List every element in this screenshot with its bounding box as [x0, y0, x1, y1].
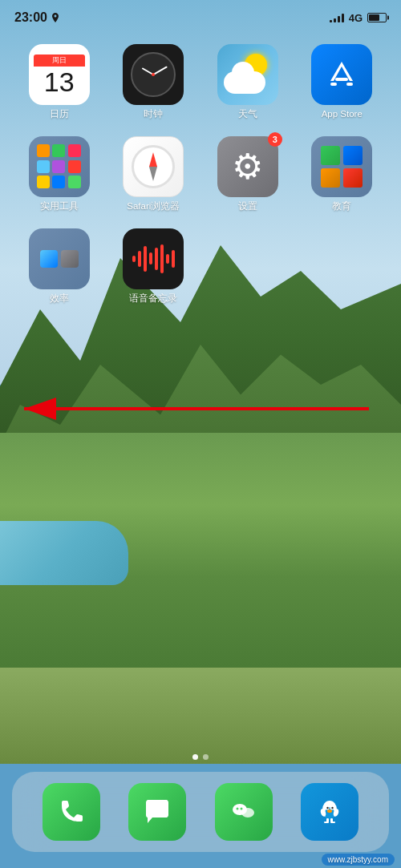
appstore-label: App Store: [322, 109, 363, 120]
weather-icon: [217, 44, 278, 105]
wave-2: [138, 251, 141, 267]
phone-glyph: [55, 796, 87, 828]
svg-rect-20: [324, 822, 329, 823]
app-efficiency[interactable]: 效率: [16, 228, 103, 305]
qq-icon: [301, 783, 358, 841]
edu-app-3: [321, 168, 340, 188]
dock-app-qq[interactable]: [301, 783, 358, 841]
wechat-glyph: [227, 795, 261, 829]
status-bar: 23:00 4G: [0, 0, 401, 35]
signal-bar-1: [330, 20, 332, 22]
appstore-icon: [311, 44, 372, 105]
page-dot-2: [203, 754, 209, 760]
mini-app-5: [52, 160, 65, 173]
settings-icon: ⚙ 3: [217, 136, 278, 197]
education-icon: [311, 136, 372, 197]
svg-rect-1: [346, 83, 353, 86]
utilities-label: 实用工具: [40, 201, 79, 212]
education-label: 教育: [332, 201, 351, 212]
mini-app-2: [52, 144, 65, 157]
svg-rect-2: [335, 78, 348, 81]
eff-app-2: [61, 250, 79, 268]
svg-point-8: [240, 808, 242, 810]
svg-rect-21: [330, 822, 335, 823]
battery: [367, 13, 387, 22]
calendar-icon: 周日 13: [29, 44, 90, 105]
wave-8: [172, 250, 175, 268]
svg-point-7: [236, 808, 238, 810]
status-right: 4G: [330, 12, 387, 24]
clock-label: 时钟: [144, 109, 163, 120]
mini-app-6: [68, 160, 81, 173]
river: [0, 521, 128, 585]
dock-app-phone[interactable]: [43, 783, 100, 841]
clock-face: [131, 52, 176, 97]
page-dots: [0, 754, 401, 760]
app-appstore[interactable]: App Store: [299, 44, 386, 120]
svg-point-6: [241, 808, 254, 818]
status-time: 23:00: [14, 10, 47, 25]
settings-badge: 3: [268, 132, 282, 147]
watermark: www.zjbstyy.com: [322, 855, 395, 864]
wave-7: [166, 254, 169, 264]
settings-gear-icon: ⚙: [229, 147, 267, 186]
wave-4: [149, 252, 152, 264]
efficiency-icon: [29, 228, 90, 289]
app-settings[interactable]: ⚙ 3 设置: [205, 136, 291, 212]
page-dot-1: [192, 754, 198, 760]
mini-app-7: [37, 176, 50, 188]
dock-app-wechat[interactable]: [215, 783, 273, 841]
edu-app-4: [343, 168, 363, 188]
safari-label: Safari浏览器: [127, 201, 180, 212]
safari-compass: [132, 145, 175, 188]
wechat-icon: [215, 783, 273, 841]
mini-app-8: [52, 176, 65, 188]
mini-app-1: [37, 144, 50, 157]
dock-app-messages[interactable]: [128, 783, 186, 841]
wave-1: [132, 256, 136, 262]
app-safari[interactable]: Safari浏览器: [111, 136, 197, 212]
settings-label: 设置: [238, 201, 257, 212]
calendar-day: 13: [44, 68, 75, 95]
svg-rect-0: [330, 83, 337, 86]
app-calendar[interactable]: 周日 13 日历: [16, 44, 103, 120]
mini-app-4: [37, 160, 50, 173]
compass-north: [149, 152, 157, 167]
signal-bars: [330, 13, 344, 22]
clock-minute-hand: [153, 66, 168, 75]
messages-icon: [128, 783, 186, 841]
ground-bottom: [0, 668, 401, 764]
battery-fill: [369, 14, 379, 21]
eff-app-1: [40, 250, 58, 268]
mini-app-9: [68, 176, 81, 188]
edu-app-1: [321, 146, 340, 165]
weather-cloud: [224, 71, 265, 94]
location-icon: [51, 13, 59, 22]
wave-6: [160, 244, 164, 273]
calendar-label: 日历: [50, 109, 69, 120]
signal-bar-2: [334, 18, 336, 22]
compass-south: [149, 167, 157, 181]
voicememo-icon: [123, 228, 184, 289]
app-weather[interactable]: 天气: [205, 44, 291, 120]
signal-bar-4: [342, 14, 344, 22]
mini-app-3: [68, 144, 81, 157]
efficiency-label: 效率: [50, 293, 69, 305]
svg-point-14: [332, 807, 334, 809]
weather-label: 天气: [238, 109, 257, 120]
waveform: [132, 243, 175, 275]
svg-point-13: [327, 807, 329, 809]
phone-icon: [43, 783, 100, 841]
app-voicememo[interactable]: 语音备忘录: [111, 228, 197, 305]
wave-5: [155, 248, 158, 270]
safari-icon: [123, 136, 184, 197]
calendar-weekday: 周日: [34, 55, 85, 67]
app-education[interactable]: 教育: [299, 136, 386, 212]
app-grid: 周日 13 日历 时钟 天气 Ap: [16, 44, 385, 304]
utilities-icon: [29, 136, 90, 197]
network-type: 4G: [349, 12, 363, 24]
app-utilities[interactable]: 实用工具: [16, 136, 103, 212]
app-clock[interactable]: 时钟: [111, 44, 197, 120]
clock-icon: [123, 44, 184, 105]
wave-3: [144, 246, 147, 272]
